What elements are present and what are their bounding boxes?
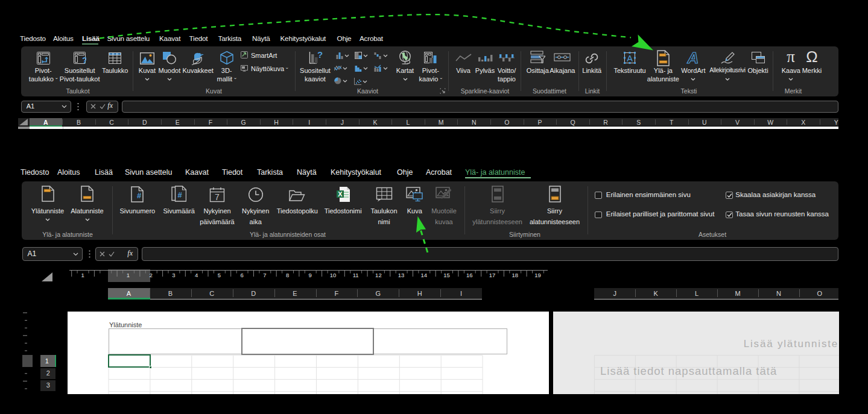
svg-text:A: A	[627, 54, 633, 63]
svg-text:X: X	[338, 190, 343, 198]
svg-text:#: #	[178, 190, 183, 199]
svg-text:Ω: Ω	[806, 51, 817, 64]
svg-text:A: A	[687, 51, 699, 65]
svg-text:#: #	[137, 191, 142, 200]
svg-text:7: 7	[215, 192, 220, 202]
svg-text:?: ?	[317, 51, 323, 60]
svg-text:π: π	[787, 51, 795, 64]
svg-text:?: ?	[82, 55, 86, 65]
